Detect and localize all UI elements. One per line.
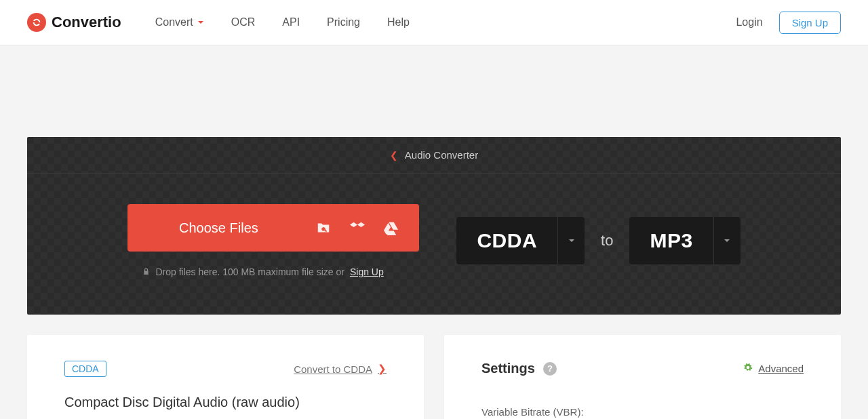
gear-icon bbox=[743, 363, 753, 374]
format-group: CDDA to MP3 bbox=[456, 217, 740, 264]
format-badge: CDDA bbox=[64, 361, 106, 377]
nav-ocr[interactable]: OCR bbox=[231, 16, 256, 28]
to-label: to bbox=[601, 232, 613, 250]
content-row: CDDA Convert to CDDA ❯ Compact Disc Digi… bbox=[27, 335, 841, 419]
chevron-left-icon: ❮ bbox=[390, 150, 398, 161]
logo-icon bbox=[27, 13, 46, 32]
logo[interactable]: Convertio bbox=[27, 13, 121, 32]
settings-card: Settings ? Advanced Variable Bitrate (VB… bbox=[444, 335, 841, 419]
chevron-down-icon bbox=[197, 16, 204, 28]
target-format-label: MP3 bbox=[629, 229, 713, 252]
logo-text: Convertio bbox=[52, 14, 121, 31]
choose-files-button[interactable]: Choose Files bbox=[127, 204, 419, 252]
breadcrumb[interactable]: ❮ Audio Converter bbox=[27, 137, 841, 174]
signup-button[interactable]: Sign Up bbox=[779, 12, 841, 34]
drop-hint: Drop files here. 100 MB maximum file siz… bbox=[127, 266, 383, 277]
google-drive-icon[interactable] bbox=[384, 220, 399, 235]
settings-title-text: Settings bbox=[481, 361, 535, 376]
choose-files-label: Choose Files bbox=[127, 220, 309, 236]
dropbox-icon[interactable] bbox=[350, 220, 365, 235]
settings-card-header: Settings ? Advanced bbox=[481, 361, 804, 376]
header-right: Login Sign Up bbox=[736, 12, 841, 34]
target-format-select[interactable]: MP3 bbox=[629, 217, 740, 264]
breadcrumb-label: Audio Converter bbox=[405, 149, 478, 161]
source-format-label: CDDA bbox=[456, 229, 557, 252]
choose-block: Choose Files Drop files he bbox=[127, 204, 419, 277]
chevron-down-icon bbox=[557, 217, 585, 264]
folder-search-icon[interactable] bbox=[316, 220, 331, 235]
format-description: Compact Disc Digital Audio (raw audio) bbox=[64, 395, 387, 410]
nav-api[interactable]: API bbox=[282, 16, 300, 28]
source-format-select[interactable]: CDDA bbox=[456, 217, 585, 264]
header-left: Convertio Convert OCR API Pricing Help bbox=[27, 13, 410, 32]
help-icon[interactable]: ? bbox=[543, 362, 557, 376]
drop-hint-text: Drop files here. 100 MB maximum file siz… bbox=[155, 266, 344, 277]
advanced-label: Advanced bbox=[758, 363, 804, 374]
nav-pricing[interactable]: Pricing bbox=[327, 16, 360, 28]
main-nav: Convert OCR API Pricing Help bbox=[155, 16, 410, 28]
drop-signup-link[interactable]: Sign Up bbox=[350, 266, 384, 277]
converter-row: Choose Files Drop files he bbox=[27, 204, 841, 277]
nav-convert[interactable]: Convert bbox=[155, 16, 204, 28]
hero-panel: ❮ Audio Converter Choose Files bbox=[27, 137, 841, 315]
header-bar: Convertio Convert OCR API Pricing Help L… bbox=[0, 0, 868, 45]
source-icons bbox=[309, 220, 419, 235]
format-card-header: CDDA Convert to CDDA ❯ bbox=[64, 361, 387, 377]
nav-convert-label: Convert bbox=[155, 16, 193, 28]
login-link[interactable]: Login bbox=[736, 16, 762, 28]
convert-to-label: Convert to CDDA bbox=[294, 363, 372, 375]
nav-help[interactable]: Help bbox=[387, 16, 410, 28]
chevron-right-icon: ❯ bbox=[378, 363, 387, 375]
convert-to-link[interactable]: Convert to CDDA ❯ bbox=[294, 363, 387, 375]
lock-icon bbox=[142, 266, 150, 277]
settings-title: Settings ? bbox=[481, 361, 557, 376]
vbr-setting-label: Variable Bitrate (VBR): bbox=[481, 406, 804, 418]
format-info-card: CDDA Convert to CDDA ❯ Compact Disc Digi… bbox=[27, 335, 424, 419]
advanced-link[interactable]: Advanced bbox=[743, 363, 804, 374]
chevron-down-icon bbox=[713, 217, 741, 264]
